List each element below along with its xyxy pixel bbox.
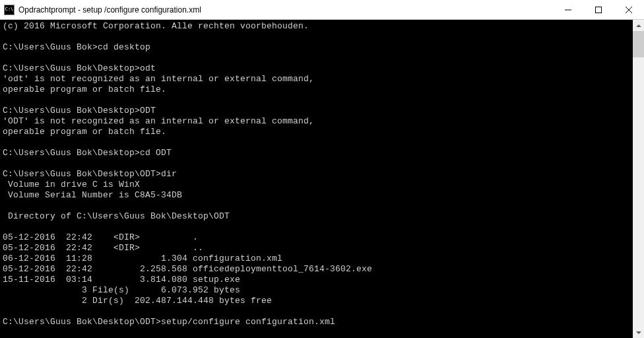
chevron-down-icon (636, 331, 641, 334)
chevron-up-icon (636, 24, 641, 27)
vertical-scrollbar[interactable] (633, 20, 644, 338)
close-icon (626, 7, 632, 13)
svg-rect-1 (596, 7, 602, 13)
maximize-button[interactable] (583, 0, 614, 19)
close-button[interactable] (614, 0, 644, 19)
cmd-icon-text: C:\ (5, 7, 14, 12)
minimize-icon (565, 7, 571, 13)
console-output[interactable]: (c) 2016 Microsoft Corporation. Alle rec… (0, 20, 633, 338)
minimize-button[interactable] (553, 0, 583, 19)
window-title: Opdrachtprompt - setup /configure config… (18, 5, 553, 15)
titlebar: C:\ Opdrachtprompt - setup /configure co… (0, 0, 644, 20)
maximize-icon (595, 7, 602, 13)
scroll-down-button[interactable] (633, 327, 644, 338)
cmd-icon: C:\ (4, 5, 15, 15)
scroll-up-button[interactable] (633, 20, 644, 31)
scrollbar-thumb[interactable] (633, 31, 644, 57)
console-body: (c) 2016 Microsoft Corporation. Alle rec… (0, 20, 644, 338)
window-controls (553, 0, 644, 19)
